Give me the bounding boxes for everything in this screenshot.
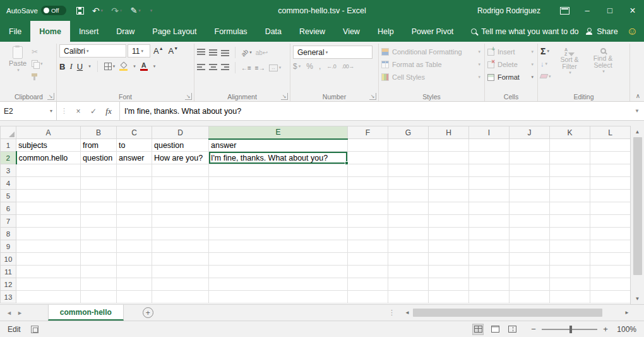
autosum-button[interactable]: Σ▾	[540, 46, 551, 56]
cell-A13[interactable]	[16, 291, 81, 303]
ribbon-tab-draw[interactable]: Draw	[107, 21, 143, 42]
tab-split-handle[interactable]: ⋮	[388, 309, 395, 317]
cell-A11[interactable]	[16, 266, 81, 278]
normal-view-button[interactable]	[472, 324, 484, 335]
cell-G4[interactable]	[388, 177, 429, 190]
accounting-format-button[interactable]: $▾	[293, 62, 301, 71]
minimize-button[interactable]: –	[576, 0, 599, 21]
cell-C4[interactable]	[117, 177, 152, 190]
column-header-H[interactable]: H	[429, 126, 469, 139]
cell-K1[interactable]	[550, 139, 590, 152]
cell-B1[interactable]: from	[81, 139, 117, 152]
confirm-entry-button[interactable]: ✓	[86, 107, 100, 116]
cell-C10[interactable]	[117, 253, 152, 266]
cell-F4[interactable]	[348, 177, 388, 190]
cell-E7[interactable]	[209, 215, 348, 228]
insert-function-button[interactable]: fx	[102, 106, 116, 116]
next-sheet-button[interactable]: ►	[17, 310, 23, 316]
row-header-7[interactable]: 7	[1, 215, 16, 228]
cell-C12[interactable]	[117, 278, 152, 291]
cell-E4[interactable]	[209, 177, 348, 190]
ribbon-tab-review[interactable]: Review	[290, 21, 334, 42]
cell-K8[interactable]	[550, 228, 590, 240]
cell-G5[interactable]	[388, 190, 429, 202]
cell-I13[interactable]	[469, 291, 510, 303]
cell-F12[interactable]	[348, 278, 388, 291]
select-all-button[interactable]	[1, 126, 16, 139]
decrease-decimal-button[interactable]: .00→	[342, 63, 354, 70]
cell-K9[interactable]	[550, 240, 590, 253]
previous-sheet-button[interactable]: ◄	[6, 310, 12, 316]
customize-qat-button[interactable]: ▾	[149, 8, 153, 13]
cell-A9[interactable]	[16, 240, 81, 253]
cell-C1[interactable]: to	[117, 139, 152, 152]
row-header-5[interactable]: 5	[1, 190, 16, 202]
row-header-10[interactable]: 10	[1, 253, 16, 266]
cell-G2[interactable]	[388, 152, 429, 164]
cell-E6[interactable]	[209, 202, 348, 215]
cell-L10[interactable]	[590, 253, 631, 266]
cell-D5[interactable]	[152, 190, 209, 202]
new-sheet-button[interactable]: +	[143, 307, 153, 318]
cell-D10[interactable]	[152, 253, 209, 266]
delete-cells-button[interactable]: Delete ▾	[487, 59, 535, 70]
row-header-4[interactable]: 4	[1, 177, 16, 190]
cell-E5[interactable]	[209, 190, 348, 202]
zoom-out-button[interactable]: −	[530, 324, 537, 334]
cell-B2[interactable]: question	[81, 152, 117, 164]
cell-G1[interactable]	[388, 139, 429, 152]
row-header-11[interactable]: 11	[1, 266, 16, 278]
expand-formula-bar-button[interactable]: ▼	[630, 102, 644, 120]
cell-A2[interactable]: common.hello	[16, 152, 81, 164]
increase-indent-button[interactable]: ≡→	[255, 64, 265, 71]
cell-A6[interactable]	[16, 202, 81, 215]
cell-A12[interactable]	[16, 278, 81, 291]
borders-button[interactable]: ▾	[104, 63, 116, 70]
cell-F13[interactable]	[348, 291, 388, 303]
cell-I4[interactable]	[469, 177, 510, 190]
cell-D4[interactable]	[152, 177, 209, 190]
cell-B12[interactable]	[81, 278, 117, 291]
cell-B9[interactable]	[81, 240, 117, 253]
format-cells-button[interactable]: Format ▾	[487, 72, 535, 82]
cell-F6[interactable]	[348, 202, 388, 215]
cell-E9[interactable]	[209, 240, 348, 253]
cell-E13[interactable]	[209, 291, 348, 303]
cell-A10[interactable]	[16, 253, 81, 266]
cell-J5[interactable]	[510, 190, 550, 202]
cell-G7[interactable]	[388, 215, 429, 228]
paste-button[interactable]: Paste ▾	[4, 44, 32, 92]
cell-I2[interactable]	[469, 152, 510, 164]
page-layout-view-button[interactable]	[489, 324, 501, 335]
cell-L7[interactable]	[590, 215, 631, 228]
cell-L2[interactable]	[590, 152, 631, 164]
cell-C11[interactable]	[117, 266, 152, 278]
cell-G9[interactable]	[388, 240, 429, 253]
format-painter-button[interactable]	[32, 71, 43, 81]
italic-button[interactable]: I	[69, 61, 72, 71]
cell-L8[interactable]	[590, 228, 631, 240]
scroll-down-button[interactable]: ▼	[631, 293, 644, 304]
cell-I8[interactable]	[469, 228, 510, 240]
autosave-pill[interactable]: Off	[41, 6, 66, 15]
cell-I10[interactable]	[469, 253, 510, 266]
increase-font-size-button[interactable]: A▲	[152, 46, 165, 56]
cell-K5[interactable]	[550, 190, 590, 202]
cell-L5[interactable]	[590, 190, 631, 202]
cell-D7[interactable]	[152, 215, 209, 228]
cut-button[interactable]: ✂	[32, 47, 43, 57]
cell-K11[interactable]	[550, 266, 590, 278]
decrease-font-size-button[interactable]: A▼	[167, 46, 181, 56]
copy-button[interactable]: ▾	[32, 59, 43, 69]
save-button[interactable]	[76, 7, 84, 15]
cell-D11[interactable]	[152, 266, 209, 278]
ribbon-tab-home[interactable]: Home	[30, 21, 70, 42]
undo-button[interactable]: ↶▾	[92, 6, 103, 16]
cell-A4[interactable]	[16, 177, 81, 190]
redo-button[interactable]: ↷▾	[111, 6, 122, 16]
column-header-D[interactable]: D	[152, 126, 209, 139]
cell-G10[interactable]	[388, 253, 429, 266]
cell-D6[interactable]	[152, 202, 209, 215]
cell-E11[interactable]	[209, 266, 348, 278]
cell-B3[interactable]	[81, 164, 117, 177]
